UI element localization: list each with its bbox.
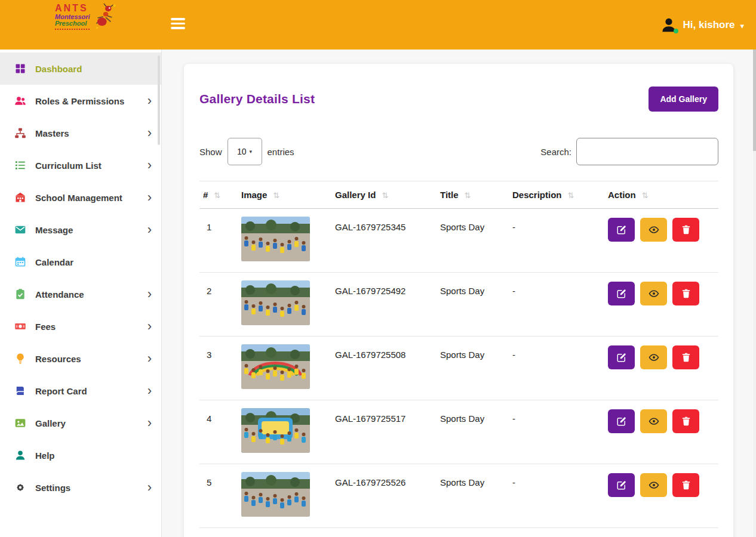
sidebar-item-calendar[interactable]: Calendar [0,246,161,278]
row-actions [608,409,715,433]
gallery-image-thumbnail[interactable] [241,408,310,453]
delete-button[interactable] [672,218,699,242]
gallery-title-cell: Sports Day [437,273,509,337]
column-label: # [203,190,208,200]
delete-button[interactable] [672,282,699,305]
edit-button[interactable] [608,282,635,305]
edit-button[interactable] [608,409,635,433]
trash-icon [681,480,692,490]
delete-button[interactable] [672,473,699,497]
chevron-right-icon: › [147,384,152,397]
sidebar-item-attendance[interactable]: Attendance› [0,278,161,310]
column-label: Gallery Id [335,190,376,200]
sidebar-item-label: Report Card [35,386,87,396]
resources-icon [14,353,26,365]
edit-icon [616,288,627,299]
settings-icon [14,482,26,493]
entries-per-page-select[interactable]: 10 ▾ [228,138,262,165]
row-index: 1 [199,209,238,273]
view-button[interactable] [640,345,667,369]
table-body: 1GAL-1679725345Sports Day-2GAL-167972549… [199,209,718,528]
sort-icon: ⇅ [465,191,471,200]
add-gallery-button[interactable]: Add Gallery [649,87,718,112]
sidebar-item-roles-permissions[interactable]: Roles & Permissions› [0,85,161,117]
sidebar-item-message[interactable]: Message› [0,214,161,246]
table-controls: Show 10 ▾ entries Search: [199,138,718,165]
brand-logo[interactable]: ANTS Montessori Preschool [55,2,118,31]
view-button[interactable] [640,473,667,497]
gallery-id-cell: GAL-1679725526 [331,464,437,528]
column-header-col-0[interactable]: #⇅ [199,181,238,209]
chevron-right-icon: › [147,223,152,236]
sidebar-scrollbar[interactable] [158,55,160,145]
chevron-right-icon: › [147,191,152,204]
delete-button[interactable] [672,409,699,433]
brand-text: ANTS Montessori Preschool [55,4,90,30]
eye-icon [649,224,659,235]
view-button[interactable] [640,282,667,305]
hamburger-icon[interactable] [171,18,186,29]
message-icon [14,224,26,236]
sidebar-item-dashboard[interactable]: Dashboard [0,53,161,85]
sidebar-item-label: Attendance [35,289,84,300]
view-button[interactable] [640,409,667,433]
column-label: Description [512,190,562,200]
column-label: Title [440,190,459,200]
gallery-image-thumbnail[interactable] [241,344,310,389]
table-row: 1GAL-1679725345Sports Day- [199,209,718,273]
search-input[interactable] [576,138,718,165]
user-avatar [660,16,678,34]
row-actions [608,218,715,242]
sidebar-item-label: Help [35,450,55,461]
gallery-image-thumbnail[interactable] [241,472,310,517]
chevron-right-icon: › [147,416,152,430]
column-header-image[interactable]: Image⇅ [238,181,331,209]
column-label: Action [608,190,636,200]
sort-icon: ⇅ [642,191,649,200]
sidebar-item-help[interactable]: Help [0,439,161,471]
edit-button[interactable] [608,218,635,242]
row-index: 2 [199,273,238,337]
edit-button[interactable] [608,473,635,497]
eye-icon [649,288,659,299]
view-button[interactable] [640,218,667,242]
sidebar-item-curriculum-list[interactable]: Curriculum List› [0,149,161,181]
edit-icon [616,480,627,490]
delete-button[interactable] [672,345,699,369]
chevron-right-icon: › [147,159,152,172]
gallery-table: #⇅Image⇅Gallery Id⇅Title⇅Description⇅Act… [199,181,718,528]
roles-icon [14,95,26,107]
sidebar-item-gallery[interactable]: Gallery› [0,407,161,439]
curriculum-icon [14,159,26,171]
column-header-action[interactable]: Action⇅ [604,181,718,209]
gallery-id-cell: GAL-1679725492 [331,273,437,337]
gallery-image-thumbnail[interactable] [241,280,310,325]
sidebar-item-masters[interactable]: Masters› [0,117,161,149]
table-row: 4GAL-1679725517Sports Day- [199,400,718,464]
gallery-card: Gallery Details List Add Gallery Show 10… [184,64,733,537]
chevron-down-icon: ▾ [740,21,744,30]
chevron-right-icon: › [147,126,152,140]
edit-button[interactable] [608,345,635,369]
sidebar-item-report-card[interactable]: Report Card› [0,375,161,407]
online-status-dot [674,29,678,33]
sidebar-item-school-management[interactable]: School Management› [0,181,161,214]
scrollbar-thumb[interactable] [753,50,756,151]
topbar: ANTS Montessori Preschool Hi, kishore ▾ [0,0,756,50]
column-header-description[interactable]: Description⇅ [509,181,604,209]
user-menu[interactable]: Hi, kishore ▾ [660,0,744,50]
page-size-value: 10 [237,147,247,156]
edit-icon [616,416,627,427]
attendance-icon [14,288,26,300]
sidebar-item-settings[interactable]: Settings› [0,471,161,504]
chevron-right-icon: › [147,352,152,365]
sidebar-item-resources[interactable]: Resources› [0,342,161,375]
sidebar-item-fees[interactable]: Fees› [0,310,161,342]
page-scrollbar[interactable] [753,50,756,537]
sidebar-item-label: Dashboard [35,64,82,74]
column-header-gallery-id[interactable]: Gallery Id⇅ [331,181,437,209]
sidebar-item-label: Resources [35,354,81,364]
eye-icon [649,352,659,363]
gallery-image-thumbnail[interactable] [241,217,310,261]
column-header-title[interactable]: Title⇅ [437,181,509,209]
